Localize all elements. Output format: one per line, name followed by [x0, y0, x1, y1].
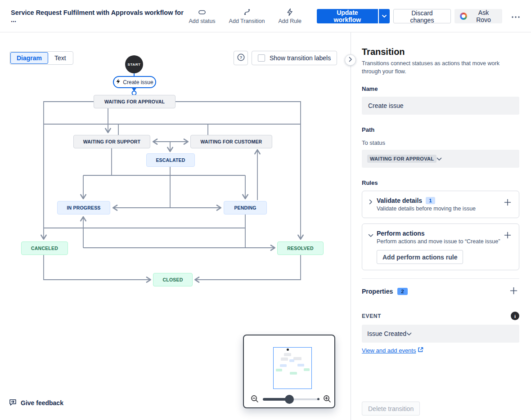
add-property-button[interactable] [508, 286, 519, 297]
show-transition-labels-control[interactable]: Show transition labels [252, 51, 337, 65]
add-validate-rule-button[interactable] [502, 197, 513, 209]
status-node-canceled[interactable]: CANCELED [21, 241, 68, 255]
status-node-waiting-for-support[interactable]: WAITING FOR SUPPORT [73, 135, 150, 148]
panel-description: Transitions connect statuses as actions … [362, 60, 519, 76]
perform-actions-subtitle: Perform actions and move issue to “Creat… [377, 238, 502, 245]
zoom-in-button[interactable] [322, 394, 333, 405]
workflow-title: Service Request Fulfilment with Approval… [11, 9, 189, 23]
give-feedback-label: Give feedback [21, 399, 63, 407]
chevron-down-icon [436, 155, 442, 162]
workflow-canvas[interactable]: Diagram Text ? Show transition labels ST… [0, 32, 350, 420]
update-workflow-button[interactable]: Update workflow [317, 9, 378, 23]
status-lozenge-icon [198, 8, 206, 16]
add-status-label: Add status [189, 18, 216, 24]
info-icon[interactable]: i [511, 312, 519, 320]
minimap-node [290, 372, 297, 375]
add-perform-actions-rule-button[interactable]: Add perform actions rule [377, 250, 463, 264]
add-perform-action-button[interactable] [502, 230, 513, 241]
ask-rovo-button[interactable]: Ask Rovo [454, 9, 502, 23]
minimap-node [304, 368, 310, 371]
event-select[interactable]: Issue Created [362, 325, 519, 343]
more-menu-button[interactable] [509, 9, 522, 23]
chevron-down-icon [406, 330, 412, 337]
view-add-events-label: View and add events [362, 347, 416, 354]
show-transition-labels-label: Show transition labels [270, 54, 331, 62]
minimap-node [284, 353, 291, 356]
help-button[interactable]: ? [234, 51, 248, 65]
add-status-button[interactable]: Add status [189, 8, 216, 24]
minimap-start-dot [287, 349, 289, 351]
panel-divider [362, 278, 519, 279]
expand-validate-details-button[interactable] [365, 198, 377, 207]
editor-toolbar: Add status Add Transition Add Rule [189, 8, 302, 24]
view-mode-toggle: Diagram Text [9, 51, 73, 65]
update-workflow-split-button: Update workflow [317, 9, 390, 23]
zoom-in-icon [323, 395, 331, 404]
validate-details-count-badge: 1 [426, 197, 435, 204]
add-rule-label: Add Rule [279, 18, 302, 24]
transition-panel: Transition Transitions connect statuses … [351, 32, 531, 420]
transition-pill-label: Create issue [123, 79, 153, 85]
svg-text:?: ? [239, 55, 242, 60]
minimap-node [276, 369, 282, 371]
to-status-label: To status [362, 139, 519, 146]
header-actions: Update workflow Discard changes Ask Rovo [317, 9, 522, 23]
status-node-in-progress[interactable]: IN PROGRESS [57, 201, 110, 214]
path-label: Path [362, 126, 519, 133]
plus-icon [510, 287, 518, 296]
event-label: EVENT [362, 313, 381, 319]
question-mark-icon: ? [237, 53, 245, 63]
panel-title: Transition [362, 47, 519, 57]
discard-changes-button[interactable]: Discard changes [393, 9, 451, 23]
add-transition-button[interactable]: Add Transition [229, 8, 265, 24]
feedback-bubble-icon [9, 398, 17, 407]
status-node-escalated[interactable]: ESCALATED [146, 153, 195, 167]
plus-icon [504, 199, 511, 207]
status-node-closed[interactable]: CLOSED [153, 273, 193, 286]
tab-text[interactable]: Text [48, 52, 72, 64]
to-status-select[interactable]: WAITING FOR APPROVAL [362, 150, 519, 168]
properties-label: Properties [362, 288, 393, 295]
rovo-logo-icon [460, 13, 467, 20]
perform-actions-title: Perform actions [377, 230, 425, 237]
zoom-out-button[interactable] [249, 394, 260, 405]
rule-card-perform-actions: Perform actions Perform actions and move… [362, 223, 519, 270]
add-rule-button[interactable]: Add Rule [279, 8, 302, 24]
name-value: Create issue [368, 102, 404, 109]
zoom-slider-thumb[interactable] [285, 395, 294, 404]
start-node[interactable]: START [125, 55, 143, 73]
status-node-waiting-for-customer[interactable]: WAITING FOR CUSTOMER [190, 135, 272, 148]
chevron-down-icon [382, 13, 387, 19]
minimap-node [293, 357, 302, 360]
chevron-right-icon [349, 57, 352, 63]
minimap-node [297, 364, 304, 366]
transition-curve-icon [243, 8, 251, 16]
status-node-pending[interactable]: PENDING [224, 201, 267, 214]
to-status-lozenge: WAITING FOR APPROVAL [367, 155, 436, 163]
chevron-down-icon [368, 232, 374, 239]
rules-label: Rules [362, 179, 519, 186]
zoom-slider-tick [317, 398, 320, 400]
name-field[interactable]: Create issue [362, 97, 519, 115]
delete-transition-button[interactable]: Delete transition [362, 402, 420, 416]
tab-diagram[interactable]: Diagram [10, 52, 48, 64]
give-feedback-button[interactable]: Give feedback [9, 398, 63, 407]
status-node-resolved[interactable]: RESOLVED [277, 241, 324, 255]
event-section-header: EVENT i [362, 312, 519, 320]
ask-rovo-label: Ask Rovo [470, 9, 497, 23]
add-transition-label: Add Transition [229, 18, 265, 24]
event-value: Issue Created [367, 330, 406, 337]
transition-create-issue[interactable]: Create issue [113, 76, 156, 88]
properties-count-badge: 2 [397, 288, 407, 295]
update-workflow-dropdown-button[interactable] [378, 9, 390, 23]
collapse-panel-button[interactable] [345, 54, 356, 66]
minimap-node [280, 364, 287, 367]
validate-details-title: Validate details [377, 197, 422, 204]
show-transition-labels-checkbox[interactable] [258, 54, 265, 62]
view-add-events-link[interactable]: View and add events [362, 347, 423, 354]
ellipsis-icon [512, 13, 520, 19]
status-node-waiting-for-approval[interactable]: WAITING FOR APPROVAL [94, 95, 176, 108]
rule-card-validate-details: Validate details 1 Validate details befo… [362, 191, 519, 218]
collapse-perform-actions-button[interactable] [365, 231, 377, 240]
minimap-node [281, 357, 288, 361]
